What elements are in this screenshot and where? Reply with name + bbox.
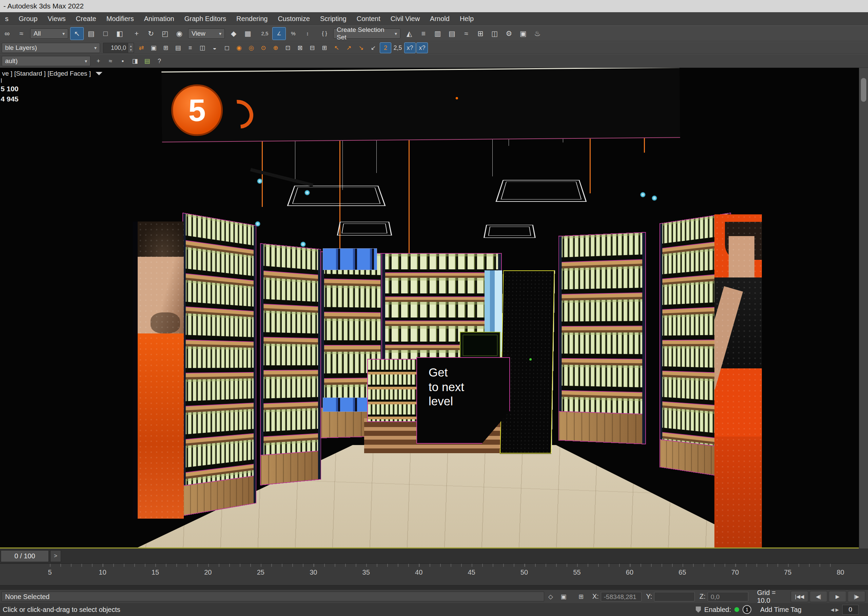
menu-item[interactable]: Scripting [315,15,352,23]
select-object-icon[interactable]: ↖ [70,27,84,40]
mirror-icon[interactable]: ◭ [403,27,416,40]
time-slider-handle[interactable]: 0 / 100 [1,550,49,562]
select-and-scale-icon[interactable]: ◰ [158,27,172,40]
snaps-toggle-25-icon[interactable]: 2,5 [258,27,272,40]
xview-icon[interactable]: x? [416,42,428,53]
constraint-plane-cursor-icon[interactable]: ↙ [368,42,379,53]
security-shield-icon[interactable] [696,607,701,613]
viewport-filter-icon[interactable] [96,72,102,75]
ceiling-light-fixture[interactable] [337,222,392,236]
notification-badge[interactable]: 1 [743,605,751,614]
z-coordinate-field[interactable]: 0,0 [708,592,748,602]
selection-lock-icon[interactable]: ▣ [558,592,569,602]
perspective-viewport[interactable]: 5 [0,68,868,548]
rendered-frame-window-icon[interactable]: ▣ [516,27,530,40]
bind-to-space-warp-icon[interactable]: ≈ [14,27,28,40]
select-and-link-icon[interactable]: ∞ [0,27,14,40]
select-objects-in-layer-icon[interactable]: ▤ [172,42,184,53]
track-light-beam[interactable] [250,168,313,187]
render-production-icon[interactable]: ♨ [531,27,544,40]
ceiling-light-fixture[interactable] [495,180,587,202]
poster-man[interactable] [133,222,184,519]
set-current-layer-icon[interactable]: ≡ [185,42,196,53]
blue-product-boxes[interactable] [323,248,377,270]
toggle-layer-explorer-icon[interactable]: ▤ [445,27,459,40]
selection-filter-dropdown[interactable]: All ▾ [30,28,68,39]
menu-item[interactable]: Modifiers [101,15,139,23]
menu-item[interactable]: Rendering [231,15,273,23]
use-pivot-point-icon[interactable]: ◉ [233,42,245,53]
window-crossing-icon[interactable]: ◧ [113,27,127,40]
rectangular-selection-region-icon[interactable]: □ [99,27,112,40]
menu-item[interactable]: Customize [273,15,315,23]
frame-number-field[interactable]: 0 [842,605,859,614]
menu-item[interactable]: Group [14,15,43,23]
scene-banner[interactable]: 5 [161,68,680,143]
create-new-layer-icon[interactable]: ▣ [148,42,159,53]
isolate-selection-icon[interactable]: ◇ [545,592,556,602]
percent-snap-toggle-icon[interactable]: % [287,27,300,40]
use-selection-center-icon[interactable]: ◎ [246,42,257,53]
shelf-unit-left-mid[interactable] [261,244,321,485]
menu-item[interactable]: Animation [139,15,179,23]
next-frame-nudge-button[interactable]: > [50,550,61,562]
frame-back-arrow-icon[interactable]: ◀ [831,607,834,612]
track-bar[interactable]: 5101520253035404550556065707580 [0,564,868,586]
select-similar-icon[interactable]: x? [404,42,416,53]
transform-gizmo-icon[interactable]: ⇄ [136,42,147,53]
snap-vertex-icon[interactable]: ⊠ [294,42,306,53]
poster-woman[interactable] [714,214,762,548]
constraint-x-cursor-icon[interactable]: ↖ [331,42,342,53]
menu-item[interactable]: Create [71,15,101,23]
add-time-tag-button[interactable]: Add Time Tag [760,606,802,614]
next-frame-button[interactable]: |▶ [848,591,865,602]
add-icon[interactable]: + [92,56,104,66]
reference-coordinate-dropdown[interactable]: View ▾ [188,28,225,39]
ceiling-light-fixture[interactable] [287,186,385,206]
spinner-snap-toggle-icon[interactable]: ↕ [301,27,314,40]
select-and-move-icon[interactable]: + [130,27,143,40]
menu-item[interactable]: s [0,15,14,23]
x-coordinate-field[interactable]: -58348,281 [601,592,641,602]
select-and-place-icon[interactable]: ◉ [172,27,186,40]
axis-constraint-25-icon[interactable]: 2,5 [392,42,403,53]
select-and-manipulate-icon[interactable]: ◆ [227,27,240,40]
viewport-label[interactable]: ve ] [Standard ] [Edged Faces ] [2,70,102,77]
select-and-rotate-icon[interactable]: ↻ [144,27,158,40]
go-to-start-button[interactable]: |◀◀ [791,591,808,602]
material-editor-icon[interactable]: ◫ [488,27,501,40]
note-icon[interactable]: ▤ [141,56,153,66]
curve-editor-icon[interactable]: ≈ [459,27,473,40]
edit-named-selection-sets-icon[interactable]: { } [318,27,331,40]
menu-item[interactable]: Civil View [385,15,425,23]
counter-tv-screen[interactable] [460,332,500,359]
value-spinner[interactable]: 100,0 ▴▾ [103,43,134,53]
layers-dropdown[interactable]: ble Layers) ▾ [2,43,100,53]
spinner-arrows-icon[interactable]: ▴▾ [128,43,134,53]
snap-edge-icon[interactable]: ⊟ [307,42,318,53]
schematic-view-icon[interactable]: ⊞ [474,27,487,40]
use-transform-center-icon[interactable]: ⊙ [258,42,269,53]
shelf-unit-right-back[interactable] [559,233,645,444]
axis-constraint-2-icon[interactable]: 2 [380,42,391,53]
snap-face-icon[interactable]: ⊞ [319,42,330,53]
spotlight-icon[interactable]: ◨ [129,56,141,66]
ceiling-light-fixture[interactable] [484,225,536,238]
jar-display-stand[interactable] [367,359,422,422]
snap-grid-icon[interactable]: ⊡ [282,42,294,53]
shade-toggle-icon[interactable]: ▪ [117,56,128,66]
menu-item[interactable]: Graph Editors [179,15,231,23]
align-icon[interactable]: ≡ [417,27,430,40]
soft-selection-icon[interactable]: ≈ [105,56,116,66]
previous-frame-button[interactable]: ◀| [810,591,827,602]
shelf-unit-left-near[interactable] [183,213,256,515]
align-to-pivot-icon[interactable]: ⊕ [270,42,281,53]
transform-typein-toggle-icon[interactable]: ⊞ [575,592,587,602]
menu-item[interactable]: Help [455,15,479,23]
frame-forward-arrow-icon[interactable]: ▶ [835,607,839,612]
time-slider[interactable]: 0 / 100 > [0,548,868,564]
render-setup-icon[interactable]: ⚙ [502,27,516,40]
constraint-y-cursor-icon[interactable]: ↗ [343,42,355,53]
angle-snap-toggle-icon[interactable]: ∠ [272,27,286,40]
select-by-name-icon[interactable]: ▤ [85,27,98,40]
